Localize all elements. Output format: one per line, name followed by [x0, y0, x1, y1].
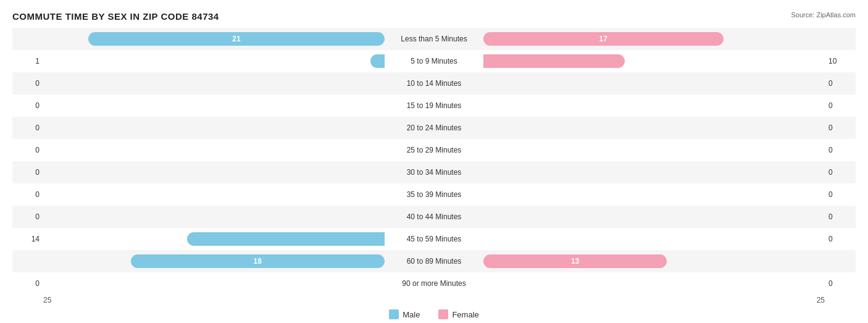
bar-section: 25 to 29 Minutes [43, 139, 825, 161]
female-value: 0 [825, 101, 856, 110]
male-value: 0 [12, 101, 43, 110]
table-row: 1445 to 59 Minutes0 [12, 228, 856, 250]
female-value: 0 [825, 79, 856, 88]
table-row: 040 to 44 Minutes0 [12, 206, 856, 228]
table-row: 090 or more Minutes0 [12, 272, 856, 295]
female-value: 0 [825, 235, 856, 243]
row-label: 20 to 24 Minutes [385, 124, 483, 132]
bar-section: 5 to 9 Minutes [43, 50, 825, 72]
male-value: 14 [12, 235, 43, 243]
source-label: Source: ZipAtlas.com [791, 11, 856, 19]
row-label: 5 to 9 Minutes [385, 57, 483, 65]
bar-section: 45 to 59 Minutes [43, 228, 825, 250]
legend-male: Male [389, 309, 420, 319]
legend-male-label: Male [403, 310, 420, 319]
bar-section: 90 or more Minutes [43, 272, 825, 295]
female-value: 0 [825, 168, 856, 177]
table-row: 025 to 29 Minutes0 [12, 139, 856, 161]
chart-title: COMMUTE TIME BY SEX IN ZIP CODE 84734 [12, 11, 856, 22]
legend: Male Female [12, 309, 856, 319]
bar-section: 21Less than 5 Minutes17 [43, 28, 825, 50]
axis-labels: 25 25 [12, 296, 856, 304]
male-value: 0 [12, 190, 43, 199]
male-value: 1 [12, 57, 43, 65]
female-value: 10 [825, 57, 856, 65]
table-row: 020 to 24 Minutes0 [12, 117, 856, 139]
female-value: 0 [825, 124, 856, 132]
legend-female: Female [438, 309, 478, 319]
bar-section: 15 to 19 Minutes [43, 94, 825, 117]
table-row: 035 to 39 Minutes0 [12, 183, 856, 206]
legend-female-label: Female [452, 310, 478, 319]
female-value: 0 [825, 279, 856, 288]
table-row: 010 to 14 Minutes0 [12, 72, 856, 94]
female-value: 0 [825, 146, 856, 154]
table-row: 15 to 9 Minutes10 [12, 50, 856, 72]
bar-section: 1860 to 89 Minutes13 [43, 250, 825, 272]
row-label: 30 to 34 Minutes [385, 168, 483, 177]
axis-left: 25 [43, 296, 51, 304]
female-value: 0 [825, 190, 856, 199]
bar-section: 10 to 14 Minutes [43, 72, 825, 94]
chart-container: COMMUTE TIME BY SEX IN ZIP CODE 84734 So… [0, 0, 868, 323]
table-row: 030 to 34 Minutes0 [12, 161, 856, 183]
row-label: 25 to 29 Minutes [385, 146, 483, 154]
legend-female-color [438, 309, 448, 319]
table-row: 015 to 19 Minutes0 [12, 94, 856, 117]
row-label: Less than 5 Minutes [385, 35, 483, 43]
bar-section: 40 to 44 Minutes [43, 206, 825, 228]
table-row: 21Less than 5 Minutes17 [12, 28, 856, 50]
male-value: 0 [12, 212, 43, 221]
row-label: 15 to 19 Minutes [385, 101, 483, 110]
row-label: 40 to 44 Minutes [385, 212, 483, 221]
bar-section: 35 to 39 Minutes [43, 183, 825, 206]
row-label: 60 to 89 Minutes [385, 257, 483, 266]
table-row: 1860 to 89 Minutes13 [12, 250, 856, 272]
male-value: 0 [12, 168, 43, 177]
chart-area: 21Less than 5 Minutes1715 to 9 Minutes10… [12, 28, 856, 295]
bar-section: 20 to 24 Minutes [43, 117, 825, 139]
male-value: 0 [12, 279, 43, 288]
row-label: 35 to 39 Minutes [385, 190, 483, 199]
bar-section: 30 to 34 Minutes [43, 161, 825, 183]
male-value: 0 [12, 124, 43, 132]
row-label: 90 or more Minutes [385, 279, 483, 288]
legend-male-color [389, 309, 399, 319]
female-value: 0 [825, 212, 856, 221]
male-value: 0 [12, 146, 43, 154]
row-label: 10 to 14 Minutes [385, 79, 483, 88]
axis-right: 25 [817, 296, 825, 304]
male-value: 0 [12, 79, 43, 88]
row-label: 45 to 59 Minutes [385, 235, 483, 243]
